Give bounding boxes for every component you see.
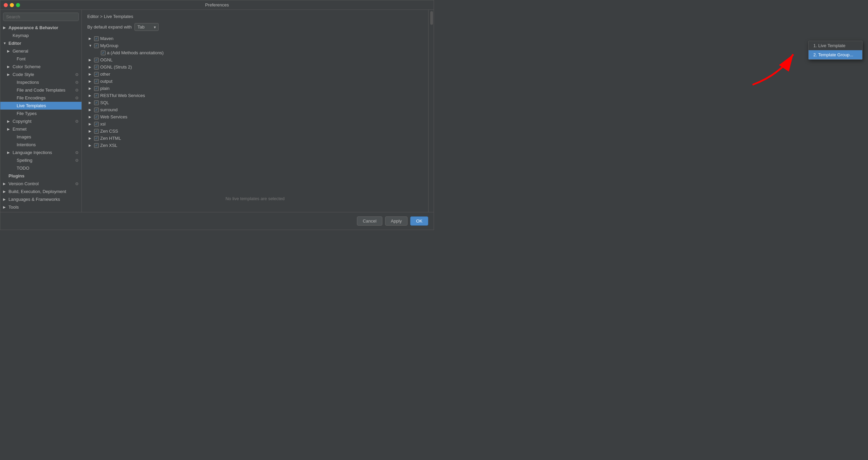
template-item-zen-html[interactable]: ▶Zen HTML — [83, 135, 427, 142]
sidebar-item-label: Keymap — [13, 33, 29, 38]
template-checkbox[interactable] — [94, 129, 99, 134]
gear-icon: ⚙ — [75, 96, 79, 100]
sidebar-item-keymap[interactable]: Keymap — [0, 32, 82, 39]
expand-icon: ▶ — [89, 108, 93, 112]
templates-area: + ▶Maven▼MyGroupa (Add Methods annotatio… — [83, 34, 427, 212]
sidebar-item-images[interactable]: Images — [0, 133, 82, 141]
maximize-button[interactable] — [16, 3, 20, 7]
sidebar-item-plugins[interactable]: Plugins — [0, 172, 82, 180]
template-item-surround[interactable]: ▶surround — [83, 106, 427, 113]
template-checkbox[interactable] — [94, 122, 99, 127]
template-checkbox[interactable] — [94, 36, 99, 41]
template-label: surround — [100, 107, 117, 112]
close-button[interactable] — [4, 3, 8, 7]
template-item-ognl[interactable]: ▶OGNL — [83, 56, 427, 63]
sidebar-item-label: Copyright — [13, 119, 32, 124]
sidebar-item-label: File and Code Templates — [17, 88, 66, 93]
template-label: OGNL — [100, 57, 113, 62]
template-item-web-services[interactable]: ▶Web Services — [83, 113, 427, 120]
expand-icon: ▶ — [89, 65, 93, 69]
template-item-zen-css[interactable]: ▶Zen CSS — [83, 128, 427, 135]
sidebar-item-file-encodings[interactable]: File Encodings⚙ — [0, 94, 82, 102]
sidebar-item-color-scheme[interactable]: ▶Color Scheme — [0, 63, 82, 71]
gear-icon: ⚙ — [75, 181, 79, 186]
template-checkbox[interactable] — [94, 143, 99, 148]
sidebar-item-label: Editor — [8, 41, 21, 46]
template-checkbox[interactable] — [101, 51, 106, 55]
template-checkbox[interactable] — [94, 58, 99, 62]
sidebar-item-todo[interactable]: TODO — [0, 164, 82, 172]
template-checkbox[interactable] — [94, 43, 99, 48]
chevron-icon: ▶ — [7, 73, 11, 76]
template-item-mygroup-a[interactable]: a (Add Methods annotations) — [83, 49, 427, 56]
sidebar-item-tools[interactable]: ▶Tools — [0, 203, 82, 211]
sidebar-item-code-style[interactable]: ▶Code Style⚙ — [0, 71, 82, 78]
expand-icon: ▶ — [89, 101, 93, 104]
template-item-xsl[interactable]: ▶xsl — [83, 120, 427, 128]
sidebar-item-label: Languages & Frameworks — [8, 197, 60, 202]
template-item-ognl-struts2[interactable]: ▶OGNL (Struts 2) — [83, 63, 427, 71]
gear-icon: ⚙ — [75, 80, 79, 85]
sidebar-item-general[interactable]: ▶General — [0, 47, 82, 55]
templates-list[interactable]: ▶Maven▼MyGroupa (Add Methods annotations… — [83, 34, 427, 185]
minimize-button[interactable] — [10, 3, 14, 7]
template-checkbox[interactable] — [94, 115, 99, 119]
sidebar-item-languages-frameworks[interactable]: ▶Languages & Frameworks — [0, 195, 82, 203]
sidebar-item-label: General — [13, 49, 28, 54]
sidebar-item-label: Plugins — [8, 173, 24, 178]
right-scrollbar[interactable] — [430, 11, 433, 25]
template-checkbox[interactable] — [94, 93, 99, 98]
expand-icon: ▶ — [89, 37, 93, 40]
sidebar-item-copyright[interactable]: ▶Copyright⚙ — [0, 117, 82, 125]
template-checkbox[interactable] — [94, 86, 99, 91]
sidebar-item-editor[interactable]: ▼Editor — [0, 39, 82, 47]
template-checkbox[interactable] — [94, 108, 99, 112]
template-item-zen-xsl[interactable]: ▶Zen XSL — [83, 142, 427, 149]
template-checkbox[interactable] — [94, 100, 99, 105]
sidebar-item-label: Appearance & Behavior — [8, 25, 58, 30]
sidebar-item-file-types[interactable]: File Types — [0, 110, 82, 117]
sidebar-item-label: Spelling — [17, 158, 32, 163]
template-checkbox[interactable] — [94, 72, 99, 77]
sidebar-item-emmet[interactable]: ▶Emmet — [0, 125, 82, 133]
template-item-plain[interactable]: ▶plain — [83, 85, 427, 92]
template-checkbox[interactable] — [94, 136, 99, 141]
sidebar-item-appearance[interactable]: ▶Appearance & Behavior — [0, 24, 82, 32]
expand-icon: ▶ — [89, 122, 93, 126]
chevron-icon: ▶ — [7, 119, 11, 123]
sidebar-item-label: Images — [17, 134, 31, 139]
sidebar-item-version-control[interactable]: ▶Version Control⚙ — [0, 180, 82, 188]
template-checkbox[interactable] — [94, 79, 99, 84]
sidebar-item-intentions[interactable]: Intentions — [0, 141, 82, 149]
template-checkbox[interactable] — [94, 65, 99, 70]
expand-icon: ▶ — [89, 79, 93, 83]
expand-icon: ▶ — [89, 94, 93, 97]
chevron-icon: ▶ — [3, 197, 7, 201]
sidebar-item-spelling[interactable]: Spelling⚙ — [0, 156, 82, 164]
title-bar: Preferences — [0, 0, 434, 10]
expand-dropdown-wrapper: Tab Enter Space ▼ — [134, 23, 159, 31]
chevron-icon: ▶ — [3, 205, 7, 209]
template-item-maven[interactable]: ▶Maven — [83, 35, 427, 42]
chevron-icon: ▼ — [3, 41, 7, 45]
sidebar-item-live-templates[interactable]: Live Templates — [0, 102, 82, 110]
sidebar-item-build-execution[interactable]: ▶Build, Execution, Deployment — [0, 188, 82, 195]
gear-icon: ⚙ — [75, 88, 79, 93]
template-item-mygroup[interactable]: ▼MyGroup — [83, 42, 427, 49]
sidebar-item-file-and-code-templates[interactable]: File and Code Templates⚙ — [0, 86, 82, 94]
template-item-other[interactable]: ▶other — [83, 71, 427, 78]
expand-icon: ▶ — [89, 143, 93, 147]
expand-dropdown[interactable]: Tab Enter Space — [134, 23, 159, 31]
template-item-restful[interactable]: ▶RESTful Web Services — [83, 92, 427, 99]
template-item-sql[interactable]: ▶SQL — [83, 99, 427, 106]
cancel-button[interactable]: Cancel — [357, 216, 382, 226]
bottom-bar: Cancel Apply OK — [0, 212, 434, 230]
search-input[interactable] — [3, 13, 79, 21]
sidebar-item-language-injections[interactable]: ▶Language Injections⚙ — [0, 149, 82, 156]
apply-button[interactable]: Apply — [385, 216, 408, 226]
ok-button[interactable]: OK — [410, 216, 428, 226]
template-item-output[interactable]: ▶output — [83, 78, 427, 85]
sidebar-item-label: Emmet — [13, 127, 26, 132]
sidebar-item-inspections[interactable]: Inspections⚙ — [0, 78, 82, 86]
sidebar-item-font[interactable]: Font — [0, 55, 82, 63]
